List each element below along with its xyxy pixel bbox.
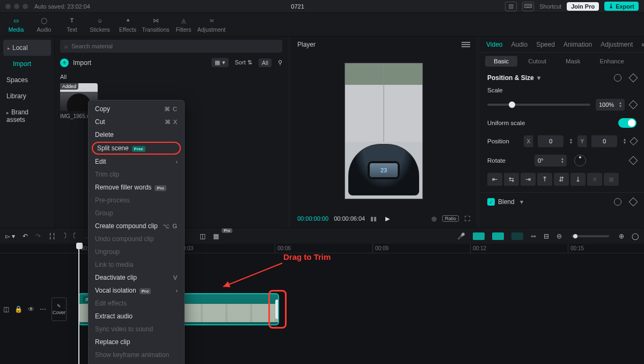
keyframe-icon[interactable] (629, 74, 638, 83)
player-menu-icon[interactable] (462, 41, 470, 48)
export-button[interactable]: ⤓ Export (604, 2, 639, 11)
playhead[interactable] (78, 244, 79, 364)
ratio-button[interactable]: Ratio (442, 215, 459, 222)
keyframe-icon[interactable] (630, 137, 638, 145)
sidebar-item-spaces[interactable]: Spaces (0, 72, 54, 88)
filter-icon[interactable]: ⚲ (278, 59, 282, 66)
view-mode-button[interactable]: ▦ ▾ (211, 58, 228, 67)
smart-tool-icon[interactable]: ▦Pro (213, 232, 219, 240)
plus-icon[interactable]: + (60, 59, 69, 67)
reset-icon[interactable] (614, 74, 621, 82)
insp-tab-adjustment[interactable]: Adjustment (601, 41, 633, 48)
uniform-scale-toggle[interactable] (618, 118, 636, 128)
undo-icon[interactable]: ↶ (23, 232, 28, 240)
subtab-mask[interactable]: Mask (557, 56, 589, 67)
sidebar-item-local[interactable]: ▸Local (3, 40, 51, 56)
align-dist-h-icon[interactable]: ≡ (587, 173, 602, 186)
split-icon[interactable]: ╎╎ (48, 232, 56, 240)
insp-tab-speed[interactable]: Speed (536, 41, 555, 48)
subtab-enhance[interactable]: Enhance (591, 56, 633, 67)
tab-stickers[interactable]: ☺Stickers (86, 13, 114, 36)
zoom-slider[interactable] (572, 235, 609, 237)
insp-tab-audio[interactable]: Audio (511, 41, 528, 48)
align-bottom-icon[interactable]: ⤓ (570, 173, 586, 186)
chevron-down-icon[interactable]: ▾ (520, 198, 523, 206)
subtab-basic[interactable]: Basic (485, 56, 517, 67)
keyframe-icon[interactable] (629, 156, 638, 165)
scale-value[interactable]: 100%▴▾ (596, 99, 625, 111)
insp-more-icon[interactable]: » (641, 41, 644, 48)
tab-filters[interactable]: ◬Filters (170, 13, 197, 36)
scale-slider[interactable] (487, 104, 590, 106)
ctx-cut[interactable]: Cut⌘ X (89, 115, 184, 128)
rotate-value[interactable]: 0°▴▾ (535, 155, 567, 166)
align-top-icon[interactable]: ⤒ (537, 173, 552, 186)
more-icon[interactable]: ⋯ (40, 305, 46, 313)
eye-icon[interactable]: 👁 (28, 305, 34, 313)
ctx-extract-audio[interactable]: Extract audio (89, 310, 184, 323)
window-controls[interactable] (5, 4, 28, 9)
tab-adjustment[interactable]: ≍Adjustment (197, 13, 225, 36)
ctx-compound[interactable]: Create compound clip⌥ G (89, 220, 184, 232)
selection-tool-icon[interactable]: ▻ ▾ (5, 232, 15, 240)
tab-transitions[interactable]: ⋈Transitions (142, 13, 170, 36)
align-left-icon[interactable]: ⇤ (487, 173, 502, 186)
insp-tab-video[interactable]: Video (486, 41, 502, 48)
razor-icon[interactable]: 〕〔 (63, 231, 76, 241)
zoom-out-icon[interactable]: ⊖ (557, 232, 562, 240)
tab-effects[interactable]: ✦Effects (114, 13, 142, 36)
redo-icon[interactable]: ↷ (35, 232, 41, 240)
frame-back-icon[interactable]: ▮▮ (370, 215, 377, 222)
ctx-vocal-isolation[interactable]: Vocal isolationPro› (89, 284, 184, 297)
filter-all-button[interactable]: All (259, 59, 272, 67)
link-icon[interactable]: ⇿ (531, 232, 536, 240)
magnetic-1-icon[interactable] (473, 232, 485, 240)
magnetic-2-icon[interactable] (492, 232, 504, 240)
ctx-range[interactable]: Range› (89, 361, 184, 364)
cover-button[interactable]: ✎Cover (52, 297, 67, 321)
shortcut-button[interactable]: Shortcut (539, 3, 561, 10)
mic-icon[interactable]: 🎤 (457, 232, 465, 240)
align-vcenter-icon[interactable]: ⇵ (554, 173, 569, 186)
search-input[interactable]: ⌕ Search material (60, 40, 282, 53)
sidebar-item-library[interactable]: Library (0, 88, 54, 104)
ctx-edit[interactable]: Edit› (89, 155, 184, 168)
sidebar-item-brand[interactable]: ▸Brand assets (0, 104, 54, 128)
ctx-deactivate[interactable]: Deactivate clipV (89, 271, 184, 284)
join-pro-button[interactable]: Join Pro (567, 2, 599, 11)
ctx-delete[interactable]: Delete (89, 128, 184, 141)
insp-tab-animation[interactable]: Animation (564, 41, 592, 48)
ctx-replace-clip[interactable]: Replace clip (89, 336, 184, 348)
lock-icon[interactable]: 🔒 (14, 305, 23, 313)
ctx-remove-filler[interactable]: Remove filler wordsPro (89, 181, 184, 194)
player-stage[interactable]: 23 (291, 53, 477, 209)
zoom-fit-icon[interactable]: ◯ (632, 232, 639, 240)
ctx-copy[interactable]: Copy⌘ C (89, 103, 184, 115)
sort-button[interactable]: Sort ⇅ (235, 59, 252, 66)
layout-toggle-icon[interactable]: ▥ (505, 2, 517, 11)
align-dist-v-icon[interactable]: ≣ (604, 173, 619, 186)
mute-icon[interactable]: ◫ (3, 305, 9, 313)
marker-icon[interactable]: ⊟ (544, 232, 549, 240)
check-icon[interactable]: ✓ (487, 198, 495, 206)
keyboard-icon[interactable]: ⌨ (522, 2, 534, 11)
sidebar-item-import[interactable]: Import (0, 56, 54, 72)
tab-audio[interactable]: ◯Audio (30, 13, 58, 36)
position-x-input[interactable]: X0▴▾ (524, 135, 572, 147)
align-right-icon[interactable]: ⇥ (521, 173, 536, 186)
focus-icon[interactable]: ◎ (431, 215, 437, 222)
align-hcenter-icon[interactable]: ⇆ (504, 173, 519, 186)
tab-text[interactable]: TText (58, 13, 86, 36)
ctx-split-scene[interactable]: Split sceneFree (92, 142, 181, 155)
magnetic-3-icon[interactable] (511, 232, 523, 240)
keyframe-icon[interactable] (629, 198, 638, 207)
rotate-dial[interactable] (574, 155, 586, 166)
fullscreen-icon[interactable]: ⛶ (464, 215, 470, 222)
crop-icon[interactable]: ◫ (200, 232, 206, 240)
reset-icon[interactable] (614, 198, 621, 206)
position-y-input[interactable]: Y0▴▾ (577, 135, 626, 147)
zoom-in-icon[interactable]: ⊕ (619, 232, 624, 240)
subtab-cutout[interactable]: Cutout (519, 56, 555, 67)
blend-section[interactable]: ✓ Blend ▾ (480, 192, 644, 211)
keyframe-icon[interactable] (629, 100, 638, 110)
